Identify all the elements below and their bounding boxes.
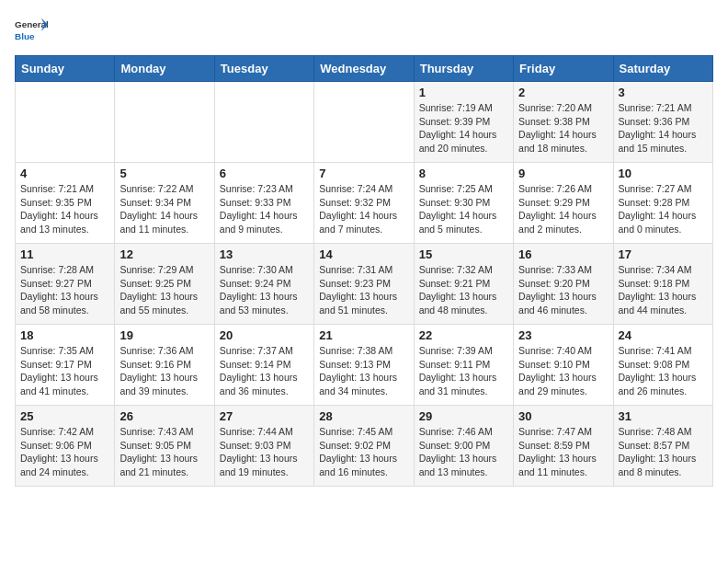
calendar-week-row: 25Sunrise: 7:42 AM Sunset: 9:06 PM Dayli… <box>16 406 713 487</box>
day-number: 5 <box>119 167 209 180</box>
col-header-tuesday: Tuesday <box>214 56 313 82</box>
day-number: 10 <box>619 167 708 180</box>
calendar-cell <box>16 82 115 163</box>
day-number: 23 <box>518 328 608 342</box>
day-number: 21 <box>319 328 408 342</box>
col-header-saturday: Saturday <box>613 56 712 82</box>
day-number: 28 <box>319 409 408 423</box>
calendar-cell: 19Sunrise: 7:36 AM Sunset: 9:16 PM Dayli… <box>115 325 214 406</box>
day-info: Sunrise: 7:23 AM Sunset: 9:33 PM Dayligh… <box>220 182 309 236</box>
day-info: Sunrise: 7:28 AM Sunset: 9:27 PM Dayligh… <box>20 263 109 317</box>
day-info: Sunrise: 7:43 AM Sunset: 9:05 PM Dayligh… <box>119 425 209 479</box>
calendar-cell: 18Sunrise: 7:35 AM Sunset: 9:17 PM Dayli… <box>16 325 115 406</box>
day-info: Sunrise: 7:48 AM Sunset: 8:57 PM Dayligh… <box>619 425 708 479</box>
day-number: 15 <box>419 247 508 261</box>
day-number: 3 <box>619 86 708 99</box>
day-info: Sunrise: 7:29 AM Sunset: 9:25 PM Dayligh… <box>119 263 209 317</box>
header: General Blue <box>15 15 713 48</box>
calendar-week-row: 11Sunrise: 7:28 AM Sunset: 9:27 PM Dayli… <box>16 244 713 325</box>
day-info: Sunrise: 7:42 AM Sunset: 9:06 PM Dayligh… <box>20 425 109 479</box>
day-number: 31 <box>619 409 708 423</box>
svg-text:Blue: Blue <box>15 31 35 41</box>
calendar-cell: 4Sunrise: 7:21 AM Sunset: 9:35 PM Daylig… <box>16 163 115 244</box>
day-number: 29 <box>419 409 508 423</box>
day-info: Sunrise: 7:24 AM Sunset: 9:32 PM Dayligh… <box>319 182 408 236</box>
logo-icon: General Blue <box>15 15 48 48</box>
logo: General Blue <box>15 15 48 48</box>
day-info: Sunrise: 7:22 AM Sunset: 9:34 PM Dayligh… <box>119 182 209 236</box>
calendar-cell: 8Sunrise: 7:25 AM Sunset: 9:30 PM Daylig… <box>414 163 513 244</box>
calendar-cell: 10Sunrise: 7:27 AM Sunset: 9:28 PM Dayli… <box>613 163 712 244</box>
calendar-cell: 2Sunrise: 7:20 AM Sunset: 9:38 PM Daylig… <box>514 82 613 163</box>
calendar-cell: 24Sunrise: 7:41 AM Sunset: 9:08 PM Dayli… <box>613 325 712 406</box>
calendar-cell: 5Sunrise: 7:22 AM Sunset: 9:34 PM Daylig… <box>115 163 214 244</box>
day-info: Sunrise: 7:39 AM Sunset: 9:11 PM Dayligh… <box>419 344 508 398</box>
day-info: Sunrise: 7:25 AM Sunset: 9:30 PM Dayligh… <box>419 182 508 236</box>
day-number: 13 <box>220 247 309 261</box>
calendar-cell: 9Sunrise: 7:26 AM Sunset: 9:29 PM Daylig… <box>514 163 613 244</box>
calendar-week-row: 1Sunrise: 7:19 AM Sunset: 9:39 PM Daylig… <box>16 82 713 163</box>
day-info: Sunrise: 7:33 AM Sunset: 9:20 PM Dayligh… <box>518 263 608 317</box>
day-info: Sunrise: 7:46 AM Sunset: 9:00 PM Dayligh… <box>419 425 508 479</box>
calendar-cell: 28Sunrise: 7:45 AM Sunset: 9:02 PM Dayli… <box>314 406 414 487</box>
calendar-cell: 12Sunrise: 7:29 AM Sunset: 9:25 PM Dayli… <box>115 244 214 325</box>
calendar-cell: 16Sunrise: 7:33 AM Sunset: 9:20 PM Dayli… <box>514 244 613 325</box>
calendar-cell: 14Sunrise: 7:31 AM Sunset: 9:23 PM Dayli… <box>314 244 414 325</box>
day-info: Sunrise: 7:47 AM Sunset: 8:59 PM Dayligh… <box>518 425 608 479</box>
day-number: 14 <box>319 247 408 261</box>
day-number: 7 <box>319 167 408 180</box>
day-info: Sunrise: 7:41 AM Sunset: 9:08 PM Dayligh… <box>619 344 708 398</box>
col-header-thursday: Thursday <box>414 56 513 82</box>
day-info: Sunrise: 7:27 AM Sunset: 9:28 PM Dayligh… <box>619 182 708 236</box>
day-info: Sunrise: 7:31 AM Sunset: 9:23 PM Dayligh… <box>319 263 408 317</box>
calendar-cell <box>115 82 214 163</box>
day-number: 17 <box>619 247 708 261</box>
col-header-wednesday: Wednesday <box>314 56 414 82</box>
day-number: 12 <box>119 247 209 261</box>
day-number: 1 <box>419 86 508 99</box>
calendar-cell: 17Sunrise: 7:34 AM Sunset: 9:18 PM Dayli… <box>613 244 712 325</box>
calendar-cell: 29Sunrise: 7:46 AM Sunset: 9:00 PM Dayli… <box>414 406 513 487</box>
calendar-cell: 6Sunrise: 7:23 AM Sunset: 9:33 PM Daylig… <box>214 163 313 244</box>
day-number: 6 <box>220 167 309 180</box>
calendar-cell: 27Sunrise: 7:44 AM Sunset: 9:03 PM Dayli… <box>214 406 313 487</box>
day-number: 4 <box>20 167 109 180</box>
day-info: Sunrise: 7:19 AM Sunset: 9:39 PM Dayligh… <box>419 101 508 155</box>
day-number: 18 <box>20 328 109 342</box>
calendar-cell: 13Sunrise: 7:30 AM Sunset: 9:24 PM Dayli… <box>214 244 313 325</box>
day-info: Sunrise: 7:20 AM Sunset: 9:38 PM Dayligh… <box>518 101 608 155</box>
day-number: 22 <box>419 328 508 342</box>
day-info: Sunrise: 7:21 AM Sunset: 9:35 PM Dayligh… <box>20 182 109 236</box>
calendar-cell <box>214 82 313 163</box>
day-info: Sunrise: 7:30 AM Sunset: 9:24 PM Dayligh… <box>220 263 309 317</box>
day-number: 19 <box>119 328 209 342</box>
day-info: Sunrise: 7:36 AM Sunset: 9:16 PM Dayligh… <box>119 344 209 398</box>
day-number: 24 <box>619 328 708 342</box>
calendar-cell: 22Sunrise: 7:39 AM Sunset: 9:11 PM Dayli… <box>414 325 513 406</box>
calendar-cell: 25Sunrise: 7:42 AM Sunset: 9:06 PM Dayli… <box>16 406 115 487</box>
day-info: Sunrise: 7:45 AM Sunset: 9:02 PM Dayligh… <box>319 425 408 479</box>
day-number: 8 <box>419 167 508 180</box>
day-number: 2 <box>518 86 608 99</box>
calendar-cell: 31Sunrise: 7:48 AM Sunset: 8:57 PM Dayli… <box>613 406 712 487</box>
day-info: Sunrise: 7:37 AM Sunset: 9:14 PM Dayligh… <box>220 344 309 398</box>
day-number: 25 <box>20 409 109 423</box>
calendar-header-row: SundayMondayTuesdayWednesdayThursdayFrid… <box>16 56 713 82</box>
day-number: 9 <box>518 167 608 180</box>
calendar-table: SundayMondayTuesdayWednesdayThursdayFrid… <box>15 55 713 487</box>
day-number: 27 <box>220 409 309 423</box>
calendar-cell: 3Sunrise: 7:21 AM Sunset: 9:36 PM Daylig… <box>613 82 712 163</box>
calendar-week-row: 4Sunrise: 7:21 AM Sunset: 9:35 PM Daylig… <box>16 163 713 244</box>
day-info: Sunrise: 7:38 AM Sunset: 9:13 PM Dayligh… <box>319 344 408 398</box>
calendar-cell: 21Sunrise: 7:38 AM Sunset: 9:13 PM Dayli… <box>314 325 414 406</box>
day-info: Sunrise: 7:40 AM Sunset: 9:10 PM Dayligh… <box>518 344 608 398</box>
day-number: 26 <box>119 409 209 423</box>
calendar-cell: 11Sunrise: 7:28 AM Sunset: 9:27 PM Dayli… <box>16 244 115 325</box>
calendar-cell <box>314 82 414 163</box>
calendar-cell: 7Sunrise: 7:24 AM Sunset: 9:32 PM Daylig… <box>314 163 414 244</box>
day-info: Sunrise: 7:32 AM Sunset: 9:21 PM Dayligh… <box>419 263 508 317</box>
calendar-cell: 26Sunrise: 7:43 AM Sunset: 9:05 PM Dayli… <box>115 406 214 487</box>
col-header-monday: Monday <box>115 56 214 82</box>
day-number: 16 <box>518 247 608 261</box>
col-header-sunday: Sunday <box>16 56 115 82</box>
